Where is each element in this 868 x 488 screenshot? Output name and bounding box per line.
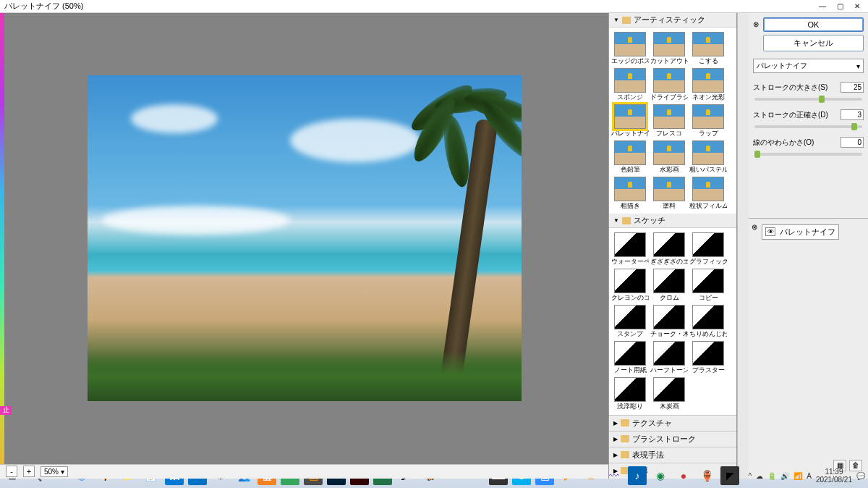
close-button[interactable]: ✕ xyxy=(851,1,864,12)
filter-thumb-label: ちりめんじわ xyxy=(689,331,727,338)
filter-thumb-label: パレットナイフ xyxy=(611,130,649,138)
maximize-button[interactable]: ▢ xyxy=(833,1,846,12)
filter-thumb-label: クロム xyxy=(650,295,688,302)
marker-stop[interactable]: 止 xyxy=(0,406,12,415)
zoom-bar: - + 50% ▾ xyxy=(0,464,608,479)
tray-chevron-up-icon[interactable]: ^ xyxy=(749,472,752,480)
filter-thumb[interactable]: 水彩画 xyxy=(650,140,688,174)
tray-battery-icon[interactable]: 🔋 xyxy=(767,472,776,480)
filter-thumb[interactable]: 浅浮彫り xyxy=(611,377,649,411)
folder-icon xyxy=(621,451,629,458)
filter-thumb-label: カットアウト xyxy=(650,58,688,65)
gallery-scrollbar[interactable] xyxy=(737,13,749,479)
filter-thumb[interactable]: コピー xyxy=(689,269,727,302)
filter-thumb[interactable]: クロム xyxy=(650,269,688,302)
filter-thumb-label: 塗料 xyxy=(650,203,688,210)
filter-thumb-label: ウォーターペーパー xyxy=(611,258,649,266)
filter-thumb-label: フレスコ xyxy=(650,130,688,138)
filter-thumb[interactable]: ネオン光彩 xyxy=(689,68,727,101)
filter-thumb[interactable]: プラスター xyxy=(689,341,727,374)
filter-thumb[interactable]: 粒状フィルム xyxy=(689,177,727,210)
filter-thumb[interactable]: ぎざぎざのエッジ xyxy=(650,232,688,266)
filter-thumb[interactable]: こする xyxy=(689,32,727,65)
filter-thumb[interactable]: パレットナイフ xyxy=(611,104,649,138)
filter-thumb[interactable]: ラップ xyxy=(689,104,727,138)
filter-thumb[interactable]: チョーク・木炭画 xyxy=(650,305,688,338)
tray-wifi-icon[interactable]: 📶 xyxy=(793,472,802,480)
category-label: スケッチ xyxy=(634,215,665,226)
controls-panel: ⊗ OK キャンセル パレットナイフ▾ ストロークの大きさ(S) ストロークの正… xyxy=(749,13,868,479)
category-label: アーティスティック xyxy=(634,14,705,25)
triangle-down-icon: ▼ xyxy=(613,217,619,224)
filter-thumb-label: チョーク・木炭画 xyxy=(650,331,688,338)
param-stroke-size-input[interactable] xyxy=(841,82,864,93)
filter-thumb[interactable]: ウォーターペーパー xyxy=(611,232,649,266)
param-stroke-detail-slider[interactable] xyxy=(754,125,862,128)
triangle-right-icon: ▶ xyxy=(613,452,618,458)
zoom-in-button[interactable]: + xyxy=(23,466,35,477)
filter-thumb[interactable]: 粗いパステル画 xyxy=(689,140,727,174)
ok-button[interactable]: OK xyxy=(763,17,864,32)
action-center-icon[interactable]: 💬 xyxy=(856,472,865,480)
record-icon[interactable]: ● xyxy=(674,466,693,485)
filter-gallery-panel: ▼ アーティスティック エッジのポスタリゼーションカットアウトこするスポンジドラ… xyxy=(608,13,737,479)
expand-controls-icon[interactable]: ⊗ xyxy=(753,20,759,28)
filter-thumb[interactable]: カットアウト xyxy=(650,32,688,65)
category-header-sketch[interactable]: ▼ スケッチ xyxy=(609,214,736,228)
cancel-button[interactable]: キャンセル xyxy=(763,35,864,51)
filter-thumb[interactable]: エッジのポスタリゼーション xyxy=(611,32,649,65)
param-softness-slider[interactable] xyxy=(754,153,862,156)
effect-layer-row[interactable]: 👁 パレットナイフ xyxy=(762,224,839,240)
filter-thumb[interactable]: スポンジ xyxy=(611,68,649,101)
filter-thumb-label: 色鉛筆 xyxy=(611,167,649,174)
window-title: パレットナイフ (50%) xyxy=(4,1,83,12)
preview-viewport[interactable] xyxy=(0,13,608,464)
category-header-collapsed[interactable]: ▶表現手法 xyxy=(609,447,736,463)
folder-icon xyxy=(622,217,631,224)
filter-thumb-label: 水彩画 xyxy=(650,167,688,174)
category-header-artistic[interactable]: ▼ アーティスティック xyxy=(609,13,736,28)
param-stroke-detail-input[interactable] xyxy=(841,109,864,120)
category-header-collapsed[interactable]: ▶ブラシストローク xyxy=(609,431,736,447)
visibility-toggle[interactable]: 👁 xyxy=(765,227,775,236)
filter-thumb[interactable]: 塗料 xyxy=(650,177,688,210)
expand-layers-icon[interactable]: ⊗ xyxy=(752,223,757,240)
filter-thumb[interactable]: 色鉛筆 xyxy=(611,140,649,174)
tray-ime-icon[interactable]: A xyxy=(807,472,812,480)
filter-thumb[interactable]: 粗描き xyxy=(611,177,649,210)
folder-icon xyxy=(621,419,629,426)
filter-thumb[interactable]: ちりめんじわ xyxy=(689,305,727,338)
tray-volume-icon[interactable]: 🔊 xyxy=(780,472,789,480)
preview-pane: 止 - + 50% ▾ xyxy=(0,13,608,479)
filter-thumb[interactable]: グラフィックペン xyxy=(689,232,727,266)
effect-layer-name: パレットナイフ xyxy=(780,227,835,237)
music-icon[interactable]: ♪ xyxy=(628,466,647,485)
filter-gallery-window: パレットナイフ (50%) — ▢ ✕ xyxy=(0,0,868,463)
app-icon-flag[interactable]: ◤ xyxy=(720,466,739,485)
filter-thumb[interactable]: ドライブラシ xyxy=(650,68,688,101)
filter-thumb-label: コピー xyxy=(689,295,727,302)
param-softness-input[interactable] xyxy=(841,137,864,148)
zoom-out-button[interactable]: - xyxy=(6,466,17,477)
minimize-button[interactable]: — xyxy=(816,1,829,12)
param-stroke-size-slider[interactable] xyxy=(754,98,862,101)
filter-thumb[interactable]: ハーフトーンパターン xyxy=(650,341,688,374)
filter-thumb-label: 浅浮彫り xyxy=(611,403,649,411)
param-stroke-size-label: ストロークの大きさ(S) xyxy=(753,83,836,93)
filter-thumb[interactable]: フレスコ xyxy=(650,104,688,138)
filter-thumb[interactable]: ノート用紙 xyxy=(611,341,649,374)
filter-thumb[interactable]: スタンプ xyxy=(611,305,649,338)
filter-select[interactable]: パレットナイフ▾ xyxy=(753,59,864,73)
filter-thumb-label: グラフィックペン xyxy=(689,258,727,266)
filter-thumb[interactable]: クレヨンのコンテ画 xyxy=(611,269,649,302)
app-icon-jar[interactable]: 🏺 xyxy=(697,466,716,485)
system-clock[interactable]: 11:39 2021/08/21 xyxy=(816,468,852,484)
category-header-collapsed[interactable]: ▶テクスチャ xyxy=(609,415,736,431)
filter-thumb-label: プラスター xyxy=(689,367,727,374)
app-icon-green[interactable]: ◉ xyxy=(651,466,670,485)
filter-thumb-label: スタンプ xyxy=(611,331,649,338)
tray-cloud-icon[interactable]: ☁ xyxy=(756,472,763,480)
zoom-select[interactable]: 50% ▾ xyxy=(41,466,68,477)
filter-thumb[interactable]: 木炭画 xyxy=(650,377,688,411)
category-label: 表現手法 xyxy=(632,450,664,460)
